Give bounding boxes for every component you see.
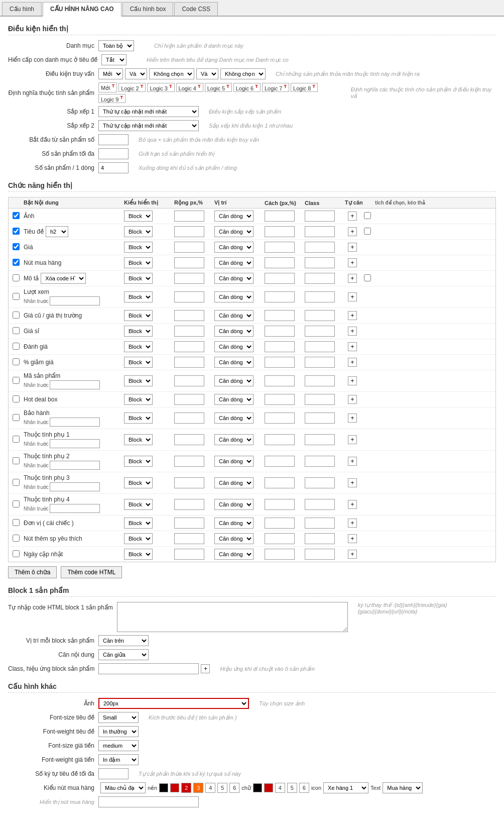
class-gia[interactable] [305,242,335,253]
tucan-mo-ta[interactable] [364,274,371,281]
check-thuoc-tinh2[interactable] [13,457,20,464]
rong-mo-ta[interactable] [174,273,204,284]
rong-nut-them[interactable] [174,533,204,544]
vitri-tt4[interactable]: Căn dòng [214,499,254,510]
cach-luot-xem[interactable] [265,291,295,302]
color-orange-box[interactable] [170,783,179,792]
cach-tt3[interactable] [265,477,295,488]
class-hot-deal[interactable] [305,394,335,405]
check-luot-xem[interactable] [13,293,20,300]
cach-mo-ta[interactable] [265,273,295,284]
class-luot-xem[interactable] [305,291,335,302]
rong-hot-deal[interactable] [174,394,204,405]
class-bao-hanh[interactable] [305,413,335,424]
kieu-bao-hanh[interactable]: Block [124,413,153,424]
kieu-anh[interactable]: Block [124,211,153,222]
kieu-don-vi[interactable]: Block [124,518,153,529]
plus-anh[interactable]: + [348,212,357,221]
kieu-tt2[interactable]: Block [124,456,153,467]
rong-tt4[interactable] [174,499,204,510]
kieu-tt3[interactable]: Block [124,477,153,488]
select-sap-xep1[interactable]: Thứ tự cập nhật mới nhất [98,106,199,117]
cach-gia[interactable] [265,242,295,253]
kieu-gia-cu[interactable]: Block [124,310,153,321]
cach-ma-sp[interactable] [265,375,295,386]
select-can-noi-dung[interactable]: Căn giữa [98,649,149,660]
input-class-block[interactable] [98,663,199,674]
rong-gia-cu[interactable] [174,310,204,321]
cach-tieu-de[interactable] [265,226,295,237]
input-so-ky-tu[interactable] [98,768,129,779]
kieu-gia[interactable]: Block [124,242,153,253]
vitri-gia-cu[interactable]: Căn dòng [214,310,254,321]
input-so-sp-dong[interactable] [98,162,129,173]
textarea-block1[interactable] [117,602,348,632]
class-tt3[interactable] [305,477,335,488]
select-vitri-block[interactable]: Căn trên [98,635,149,646]
select-dk1[interactable]: Mới [98,68,123,79]
class-gia-si[interactable] [305,326,335,337]
select-fontsize-gia-tien[interactable]: medium [98,740,139,751]
select-mau-chu-dao[interactable]: Màu chủ đạo [100,782,146,793]
check-gia[interactable] [13,243,20,250]
rong-gia-si[interactable] [174,326,204,337]
rong-tieu-de[interactable] [174,226,204,237]
cach-nut-mua[interactable] [265,257,295,268]
cach-gia-si[interactable] [265,326,295,337]
check-danh-gia[interactable] [13,343,20,350]
plus-danh-gia[interactable]: + [348,342,357,351]
plus-tt3[interactable]: + [348,478,357,487]
check-ma-sp[interactable] [13,377,20,384]
class-gia-cu[interactable] [305,310,335,321]
plus-nut-mua[interactable]: + [348,258,357,267]
vitri-pct-giam[interactable]: Căn dòng [214,357,254,368]
cach-ngay-cap[interactable] [265,549,295,560]
btn-them-code-html[interactable]: Thêm code HTML [61,566,122,578]
check-hot-deal[interactable] [13,395,20,402]
plus-class-block[interactable]: + [201,664,210,673]
cach-bao-hanh[interactable] [265,413,295,424]
input-nhan-tt3[interactable] [50,482,100,491]
input-extra[interactable] [98,796,199,807]
input-nhan-tt4[interactable] [50,504,100,513]
vitri-nut-them[interactable]: Căn dòng [214,533,254,544]
select-icon[interactable]: Xe hàng 1 [323,782,368,793]
check-tieu-de[interactable] [13,228,20,235]
select-hien-cap[interactable]: Tắt [101,54,127,65]
plus-hot-deal[interactable]: + [348,395,357,404]
vitri-mo-ta[interactable]: Căn dòng [214,273,254,284]
vitri-bao-hanh[interactable]: Căn dòng [214,413,254,424]
plus-luot-xem[interactable]: + [348,292,357,301]
vitri-ma-sp[interactable]: Căn dòng [214,375,254,386]
num-4-left[interactable]: 4 [205,783,215,793]
cach-anh[interactable] [265,211,295,222]
vitri-don-vi[interactable]: Căn dòng [214,518,254,529]
cach-danh-gia[interactable] [265,341,295,352]
cach-hot-deal[interactable] [265,394,295,405]
kieu-danh-gia[interactable]: Block [124,341,153,352]
rong-ma-sp[interactable] [174,375,204,386]
tab-cau-hinh-box[interactable]: Cấu hình box [122,2,174,16]
kieu-tt1[interactable]: Block [124,434,153,445]
vitri-ngay-cap[interactable]: Căn dòng [214,549,254,560]
plus-ngay-cap[interactable]: + [348,550,357,559]
plus-tt1[interactable]: + [348,435,357,444]
plus-mo-ta[interactable]: + [348,274,357,283]
color-black-box[interactable] [159,783,168,792]
input-nhan-ma-sp[interactable] [50,380,100,389]
cach-tt1[interactable] [265,434,295,445]
check-thuoc-tinh1[interactable] [13,436,20,443]
plus-gia-si[interactable]: + [348,327,357,336]
input-so-sp-max[interactable] [98,148,129,159]
select-sap-xep2[interactable]: Thứ tự cập nhật mới nhất [98,120,199,131]
num-6-right[interactable]: 6 [299,783,309,793]
vitri-tt1[interactable]: Căn dòng [214,434,254,445]
check-bao-hanh[interactable] [13,414,20,421]
plus-gia-cu[interactable]: + [348,311,357,320]
kieu-mo-ta[interactable]: Block [124,273,153,284]
kieu-nut-mua[interactable]: Block [124,257,153,268]
rong-gia[interactable] [174,242,204,253]
input-bat-dau[interactable] [98,134,129,145]
vitri-hot-deal[interactable]: Căn dòng [214,394,254,405]
vitri-gia[interactable]: Căn dòng [214,242,254,253]
